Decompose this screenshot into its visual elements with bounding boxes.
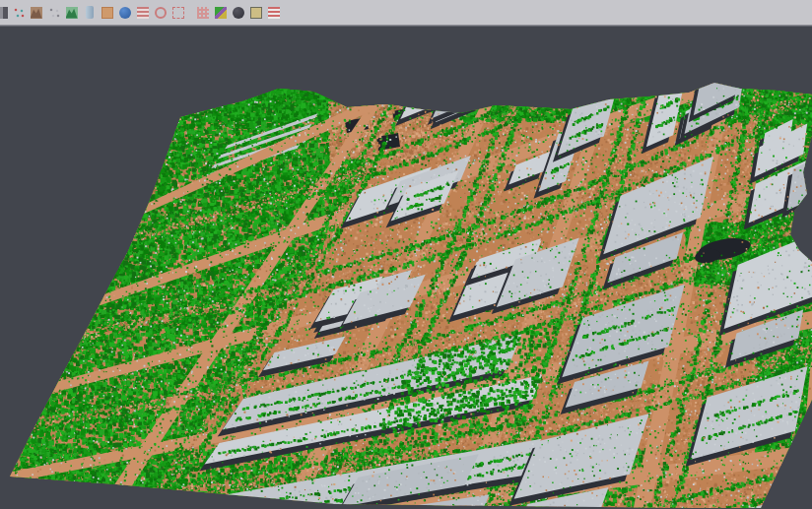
classes-map-icon [215,7,227,19]
measure-yellow-button[interactable] [249,4,264,22]
ring-red-button[interactable] [153,4,168,22]
stack-red-icon [137,7,149,19]
ring-red-icon [155,7,167,19]
align-points-button[interactable] [11,4,26,22]
sparse-cloud-icon [48,7,60,19]
stack-red-button[interactable] [135,4,150,22]
flag-red-icon [268,7,280,19]
region-select-button[interactable] [170,4,185,22]
flag-red-button[interactable] [267,4,282,22]
orthophoto-button[interactable] [100,4,114,22]
app-window [0,0,812,509]
dark-globe-button[interactable] [232,4,246,22]
clipped-tool-icon [0,7,8,19]
scene-canvas[interactable] [0,27,812,508]
dem-green-button[interactable] [64,4,79,22]
align-points-icon [13,7,25,19]
profile-column-button[interactable] [82,4,97,22]
dark-globe-icon [233,7,244,19]
globe-blue-icon [119,7,131,19]
clipped-tool-button[interactable] [0,4,8,22]
measure-yellow-icon [250,7,262,19]
region-select-icon [172,7,184,19]
3d-viewport [0,27,812,508]
grid-pink-icon [197,7,209,19]
terrain-model-button[interactable] [29,4,43,22]
classes-map-button[interactable] [214,4,229,22]
toolbar [0,0,812,26]
sparse-cloud-button[interactable] [46,4,61,22]
grid-pink-button[interactable] [196,4,211,22]
terrain-model-icon [31,7,42,19]
globe-blue-button[interactable] [117,4,132,22]
orthophoto-icon [102,7,113,19]
profile-column-icon [86,6,94,19]
dem-green-icon [66,7,78,19]
